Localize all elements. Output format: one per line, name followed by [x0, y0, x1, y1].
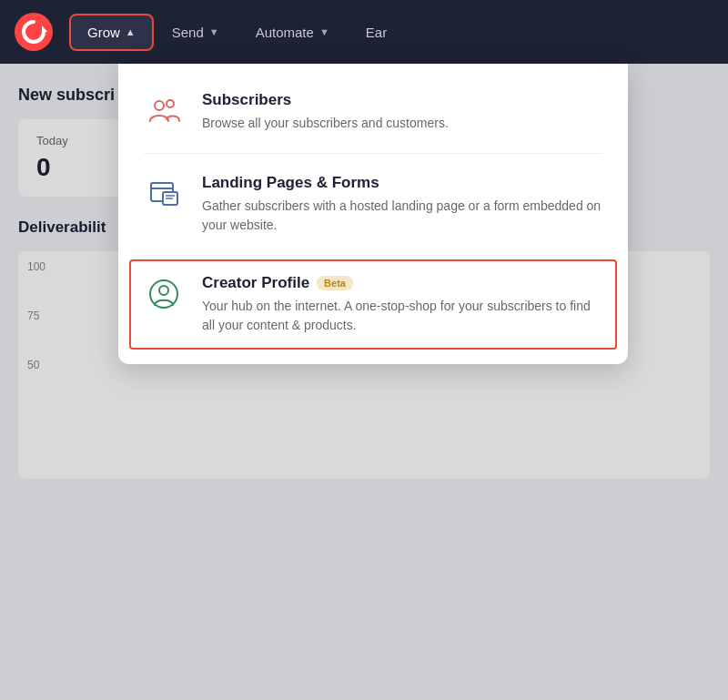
landing-pages-desc: Gather subscribers with a hosted landing… — [202, 197, 602, 235]
svg-point-2 — [155, 101, 164, 110]
beta-badge: Beta — [317, 276, 353, 290]
navbar: Grow ▲ Send ▼ Automate ▼ Ear — [0, 0, 728, 64]
automate-chevron: ▼ — [319, 26, 329, 37]
send-chevron: ▼ — [209, 26, 219, 37]
landing-pages-icon — [144, 174, 184, 214]
send-label: Send — [172, 25, 204, 40]
creator-profile-title: Creator Profile Beta — [202, 274, 602, 292]
dropdown-item-landing-pages[interactable]: Landing Pages & Forms Gather subscribers… — [118, 157, 628, 251]
svg-point-3 — [167, 100, 174, 107]
landing-pages-text-block: Landing Pages & Forms Gather subscribers… — [202, 174, 602, 235]
landing-pages-title: Landing Pages & Forms — [202, 174, 602, 192]
creator-profile-icon — [144, 274, 184, 314]
subscribers-icon — [144, 91, 184, 131]
nav-item-grow[interactable]: Grow ▲ — [71, 15, 152, 49]
dropdown-item-creator-profile[interactable]: Creator Profile Beta Your hub on the int… — [129, 259, 617, 350]
grow-chevron: ▲ — [126, 26, 136, 37]
divider-1 — [144, 153, 602, 154]
creator-profile-desc: Your hub on the internet. A one-stop-sho… — [202, 297, 602, 335]
svg-point-10 — [159, 286, 168, 295]
subscribers-desc: Browse all your subscribers and customer… — [202, 114, 602, 133]
divider-2 — [144, 255, 602, 256]
subscribers-text-block: Subscribers Browse all your subscribers … — [202, 91, 602, 133]
nav-item-earn[interactable]: Ear — [349, 15, 403, 49]
creator-profile-text-block: Creator Profile Beta Your hub on the int… — [202, 274, 602, 335]
grow-label: Grow — [87, 25, 120, 40]
nav-item-send[interactable]: Send ▼ — [156, 15, 236, 49]
earn-label: Ear — [366, 25, 387, 40]
dropdown-menu: Subscribers Browse all your subscribers … — [118, 64, 628, 364]
automate-label: Automate — [256, 25, 314, 40]
dropdown-item-subscribers[interactable]: Subscribers Browse all your subscribers … — [118, 75, 628, 149]
nav-items: Grow ▲ Send ▼ Automate ▼ Ear — [71, 15, 403, 49]
subscribers-title: Subscribers — [202, 91, 602, 109]
nav-item-automate[interactable]: Automate ▼ — [239, 15, 346, 49]
logo[interactable] — [15, 13, 53, 51]
